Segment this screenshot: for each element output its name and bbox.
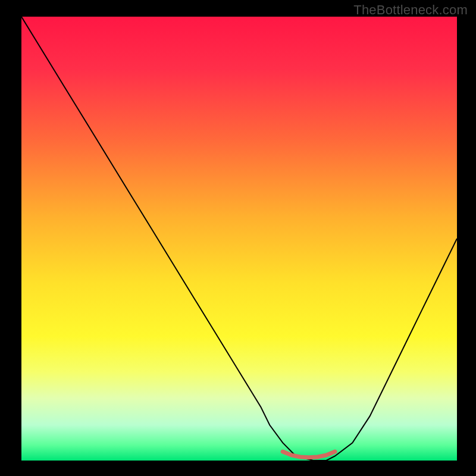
chart-plot-area (21, 17, 457, 461)
chart-background (21, 17, 457, 461)
chart-svg (21, 17, 457, 461)
app-frame: TheBottleneck.com (0, 0, 476, 476)
watermark-label: TheBottleneck.com (353, 2, 468, 18)
